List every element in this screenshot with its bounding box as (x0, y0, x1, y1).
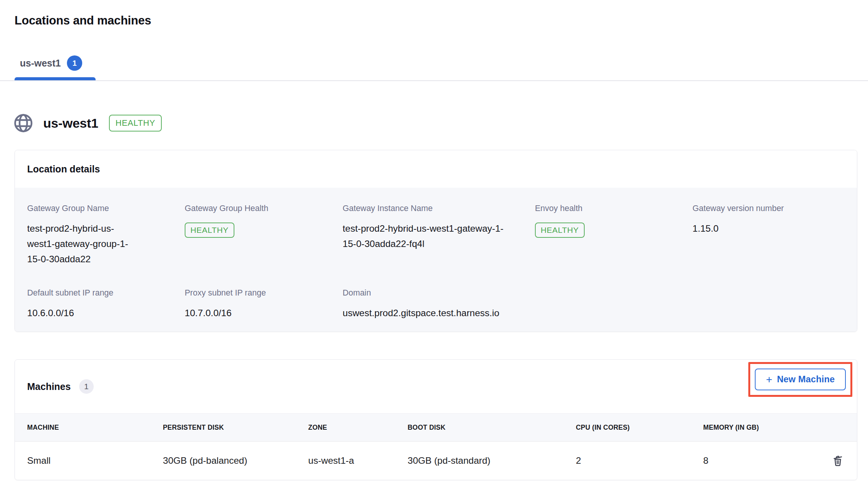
location-details-card: Location details Gateway Group Name test… (15, 150, 857, 332)
field-value: test-prod2-hybrid-us-west1-gateway-group… (27, 221, 138, 267)
field-proxy-subnet: Proxy subnet IP range 10.7.0.0/16 (185, 288, 343, 321)
field-label: Gateway version number (692, 204, 845, 213)
new-machine-button[interactable]: + New Machine (755, 369, 846, 390)
field-label: Gateway Group Health (185, 204, 343, 213)
field-value: uswest.prod2.gitspace.test.harness.io (343, 305, 535, 321)
field-value: 1.15.0 (692, 221, 845, 236)
field-label: Envoy health (535, 204, 692, 213)
field-value: 10.6.0.0/16 (27, 305, 185, 321)
tab-us-west1[interactable]: us-west1 1 (20, 53, 82, 73)
plus-icon: + (766, 375, 772, 384)
field-label: Proxy subnet IP range (185, 288, 343, 298)
location-name: us-west1 (43, 116, 98, 131)
page-title: Locations and machines (15, 14, 151, 28)
machines-title: Machines (27, 381, 71, 392)
field-label: Default subnet IP range (27, 288, 185, 298)
cell-persistent-disk: 30GB (pd-balanced) (163, 455, 308, 466)
col-boot-disk: BOOT DISK (408, 424, 576, 432)
machines-count-badge: 1 (79, 379, 94, 394)
tab-label: us-west1 (20, 58, 61, 69)
machines-table-header: MACHINE PERSISTENT DISK ZONE BOOT DISK C… (15, 413, 857, 442)
location-details-grid: Gateway Group Name test-prod2-hybrid-us-… (27, 204, 845, 321)
machines-header: Machines 1 + New Machine (15, 360, 857, 413)
location-details-body: Gateway Group Name test-prod2-hybrid-us-… (15, 188, 857, 332)
location-header: us-west1 HEALTHY (13, 112, 162, 134)
location-status-badge: HEALTHY (109, 115, 162, 132)
field-label: Domain (343, 288, 535, 298)
field-gateway-group-health: Gateway Group Health HEALTHY (185, 204, 343, 267)
location-tabs: us-west1 1 (15, 53, 82, 81)
col-machine: MACHINE (27, 424, 163, 432)
col-memory: MEMORY (IN GB) (703, 424, 823, 432)
field-gateway-version: Gateway version number 1.15.0 (692, 204, 845, 267)
field-default-subnet: Default subnet IP range 10.6.0.0/16 (27, 288, 185, 321)
locations-and-machines-page: Locations and machines us-west1 1 us-wes… (0, 0, 868, 497)
cell-boot-disk: 30GB (pd-standard) (408, 455, 576, 466)
cell-cpu: 2 (576, 455, 703, 466)
table-row[interactable]: Small 30GB (pd-balanced) us-west1-a 30GB… (15, 442, 857, 480)
cell-memory: 8 (703, 455, 823, 466)
field-domain: Domain uswest.prod2.gitspace.test.harnes… (343, 288, 535, 321)
tabs-divider (0, 80, 868, 81)
field-label: Gateway Instance Name (343, 204, 535, 213)
location-details-header: Location details (15, 150, 857, 188)
field-value: test-prod2-hybrid-us-west1-gateway-1-15-… (343, 221, 513, 252)
envoy-health-badge: HEALTHY (535, 223, 585, 238)
machines-card: Machines 1 + New Machine MACHINE PERSIST… (15, 359, 857, 480)
location-details-title: Location details (27, 164, 100, 175)
field-gateway-instance-name: Gateway Instance Name test-prod2-hybrid-… (343, 204, 535, 267)
col-persistent-disk: PERSISTENT DISK (163, 424, 308, 432)
field-label: Gateway Group Name (27, 204, 185, 213)
tab-count-badge: 1 (67, 55, 82, 71)
globe-icon (13, 112, 34, 134)
field-envoy-health: Envoy health HEALTHY (535, 204, 692, 267)
cell-zone: us-west1-a (308, 455, 408, 466)
col-cpu: CPU (IN CORES) (576, 424, 703, 432)
gateway-group-health-badge: HEALTHY (185, 223, 234, 238)
field-gateway-group-name: Gateway Group Name test-prod2-hybrid-us-… (27, 204, 185, 267)
col-zone: ZONE (308, 424, 408, 432)
field-value: 10.7.0.0/16 (185, 305, 343, 321)
delete-machine-button[interactable] (829, 452, 846, 469)
new-machine-button-label: New Machine (777, 374, 835, 385)
annotation-highlight-box: + New Machine (748, 362, 852, 397)
trash-icon (831, 454, 845, 468)
cell-machine: Small (27, 455, 163, 466)
